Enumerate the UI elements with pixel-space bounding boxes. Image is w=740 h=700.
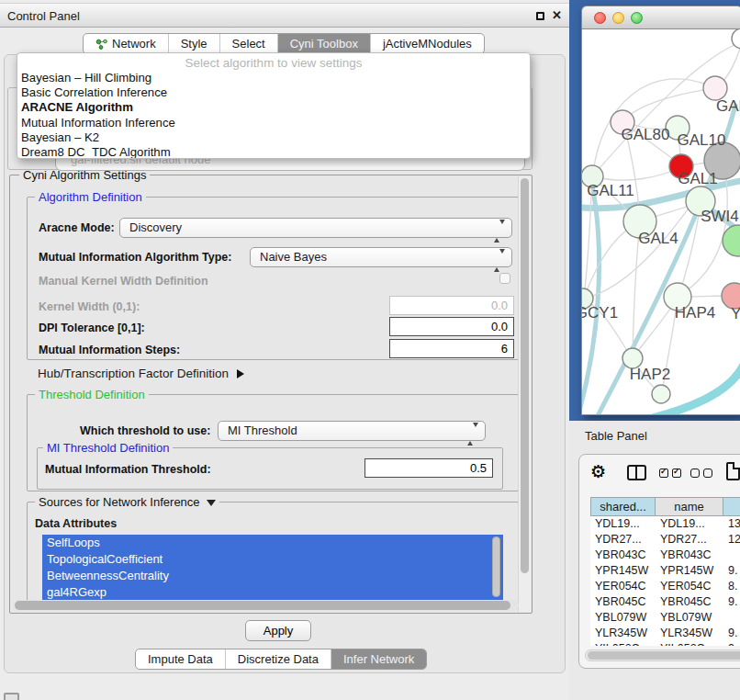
algorithm-option-dream8-dc-tdc-algorithm[interactable]: Dream8 DC_TDC Algorithm bbox=[17, 145, 530, 159]
table-cell: YDL19... bbox=[656, 516, 723, 532]
control-panel-titlebar[interactable]: Control Panel ✕ bbox=[0, 3, 569, 28]
table-row[interactable]: YBR043CYBR043C bbox=[590, 548, 740, 563]
tab-style[interactable]: Style bbox=[168, 34, 219, 53]
table-row[interactable]: YLR345WYLR345W9. bbox=[590, 626, 740, 641]
tab-infer-network[interactable]: Infer Network bbox=[331, 649, 426, 669]
table-row[interactable]: YDR27...YDR27...12 bbox=[590, 532, 740, 548]
network-view[interactable]: GALGAL80GAL10GAL1GAL11SWI4GAL4GCY1HAP4YH… bbox=[581, 29, 740, 415]
column-header-2[interactable] bbox=[723, 497, 740, 516]
node-label: GCY1 bbox=[582, 304, 618, 322]
mi-algorithm-type-combo[interactable]: Naive Bayes bbox=[250, 247, 512, 267]
table-cell: YDR27... bbox=[590, 532, 656, 548]
aracne-mode-combo[interactable]: Discovery bbox=[119, 218, 512, 238]
attribute-item-selfloops[interactable]: SelfLoops bbox=[42, 535, 503, 551]
table-panel: ⚙ shared...name YDL19...YDL19...13YDR27.… bbox=[578, 454, 740, 669]
close-traffic-light-icon[interactable] bbox=[594, 12, 606, 24]
algorithm-option-bayesian-k2[interactable]: Bayesian – K2 bbox=[17, 130, 530, 145]
control-panel-tabs: NetworkStyleSelectCyni ToolboxjActiveMNo… bbox=[83, 33, 485, 54]
tab-network[interactable]: Network bbox=[84, 34, 168, 53]
mi-threshold-definition-group: MI Threshold Definition Mutual Informati… bbox=[37, 447, 503, 490]
aracne-mode-value: Discovery bbox=[129, 220, 182, 234]
mi-algorithm-type-label: Mutual Information Algorithm Type: bbox=[39, 251, 231, 264]
node-label: HAP2 bbox=[630, 366, 670, 383]
attribute-item-topologicalcoefficient[interactable]: TopologicalCoefficient bbox=[42, 551, 503, 568]
checked-checkbox-icon[interactable] bbox=[659, 469, 668, 478]
dpi-tolerance-label: DPI Tolerance [0,1]: bbox=[39, 322, 145, 334]
node-label: GAL80 bbox=[622, 126, 670, 143]
scrollbar-thumb[interactable] bbox=[588, 651, 740, 660]
stepper-icon bbox=[467, 425, 478, 444]
tab-select[interactable]: Select bbox=[219, 34, 277, 53]
tab-label: jActiveMNodules bbox=[383, 34, 472, 53]
algorithm-option-aracne-algorithm[interactable]: ARACNE Algorithm bbox=[17, 100, 530, 115]
unchecked-checkbox-icon[interactable] bbox=[690, 469, 700, 478]
table-row[interactable]: YPR145WYPR145W9. bbox=[590, 563, 740, 579]
network-window[interactable]: GALGAL80GAL10GAL1GAL11SWI4GAL4GCY1HAP4YH… bbox=[581, 6, 740, 415]
table-horizontal-scrollbar[interactable] bbox=[585, 649, 740, 661]
table-row[interactable]: YER054CYER054C8. bbox=[590, 579, 740, 594]
table-cell: YLR345W bbox=[590, 626, 656, 641]
hub-transcription-factor-section[interactable]: Hub/Transcription Factor Definition bbox=[38, 367, 244, 380]
table-row[interactable]: YDL19...YDL19...13 bbox=[590, 516, 740, 532]
algorithm-dropdown-popup: Select algorithm to view settings Bayesi… bbox=[17, 52, 531, 159]
manual-kernel-checkbox[interactable] bbox=[499, 273, 510, 284]
float-window-icon[interactable] bbox=[536, 12, 544, 20]
checked-checkbox-icon[interactable] bbox=[672, 469, 681, 478]
settings-horizontal-scrollbar[interactable] bbox=[13, 600, 519, 611]
close-icon[interactable]: ✕ bbox=[552, 8, 562, 22]
node-label: GAL bbox=[716, 97, 740, 115]
zoom-traffic-light-icon[interactable] bbox=[631, 12, 643, 24]
node-label: GAL10 bbox=[678, 131, 726, 149]
network-graph[interactable]: GALGAL80GAL10GAL1GAL11SWI4GAL4GCY1HAP4YH… bbox=[582, 29, 740, 415]
list-scrollbar[interactable] bbox=[492, 536, 500, 597]
tab-discretize-data[interactable]: Discretize Data bbox=[225, 649, 331, 669]
dpi-tolerance-field[interactable]: 0.0 bbox=[389, 317, 514, 336]
mi-threshold-field[interactable]: 0.5 bbox=[364, 458, 493, 478]
algorithm-option-basic-correlation-inference[interactable]: Basic Correlation Inference bbox=[17, 85, 530, 100]
tab-jactivemnodules[interactable]: jActiveMNodules bbox=[370, 34, 484, 53]
collapse-down-icon[interactable] bbox=[207, 500, 216, 506]
sources-legend: Sources for Network Inference bbox=[35, 495, 219, 509]
table-cell: YBR043C bbox=[656, 548, 723, 563]
algorithm-option-mutual-information-inference[interactable]: Mutual Information Inference bbox=[17, 116, 530, 130]
scrollbar-thumb[interactable] bbox=[521, 178, 529, 573]
table-cell: YBL079W bbox=[590, 610, 656, 626]
table-cell: YDL19... bbox=[590, 516, 656, 532]
table-cell: 9. bbox=[723, 626, 740, 641]
mi-threshold-legend: MI Threshold Definition bbox=[43, 441, 173, 455]
network-window-titlebar[interactable] bbox=[581, 6, 740, 29]
node-label: SWI4 bbox=[701, 208, 739, 225]
table-row[interactable]: YBR045CYBR045C9. bbox=[590, 594, 740, 610]
bottom-left-icon[interactable] bbox=[4, 693, 19, 700]
algorithm-definition-legend: Algorithm Definition bbox=[35, 190, 146, 204]
mi-steps-field[interactable]: 6 bbox=[389, 339, 514, 358]
column-header-shared-[interactable]: shared... bbox=[590, 497, 656, 516]
kernel-width-field[interactable]: 0.0 bbox=[389, 296, 514, 315]
network-edge[interactable] bbox=[593, 167, 680, 180]
expand-right-icon[interactable] bbox=[237, 369, 244, 378]
table-cell: YBL079W bbox=[656, 610, 723, 626]
table-row[interactable]: YIL052CYIL052C9. bbox=[590, 641, 740, 646]
tab-impute-data[interactable]: Impute Data bbox=[136, 649, 225, 669]
table-cell: 12 bbox=[723, 532, 740, 548]
apply-button[interactable]: Apply bbox=[245, 620, 311, 641]
document-icon[interactable] bbox=[726, 462, 740, 480]
table-row[interactable]: YBL079WYBL079W bbox=[590, 610, 740, 626]
tab-cyni-toolbox[interactable]: Cyni Toolbox bbox=[277, 34, 370, 53]
unchecked-checkbox-icon[interactable] bbox=[703, 469, 712, 478]
data-attributes-list[interactable]: SelfLoopsTopologicalCoefficientBetweenne… bbox=[42, 535, 503, 601]
algorithm-option-bayesian-hill-climbing[interactable]: Bayesian – Hill Climbing bbox=[17, 71, 530, 85]
column-layout-icon[interactable] bbox=[627, 465, 646, 480]
network-node[interactable] bbox=[652, 385, 670, 403]
scrollbar-thumb[interactable] bbox=[15, 601, 510, 610]
table-cell: 9. bbox=[723, 594, 740, 610]
which-threshold-combo[interactable]: MI Threshold bbox=[218, 421, 486, 441]
gear-icon[interactable]: ⚙ bbox=[590, 461, 606, 482]
column-header-name[interactable]: name bbox=[656, 497, 723, 516]
minimize-traffic-light-icon[interactable] bbox=[612, 12, 624, 24]
attribute-item-gal4rgexp[interactable]: gal4RGexp bbox=[42, 584, 503, 601]
table-cell: YPR145W bbox=[656, 563, 723, 579]
attribute-item-betweennesscentrality[interactable]: BetweennessCentrality bbox=[42, 568, 503, 584]
stepper-icon bbox=[494, 222, 505, 241]
settings-vertical-scrollbar[interactable] bbox=[518, 176, 531, 612]
